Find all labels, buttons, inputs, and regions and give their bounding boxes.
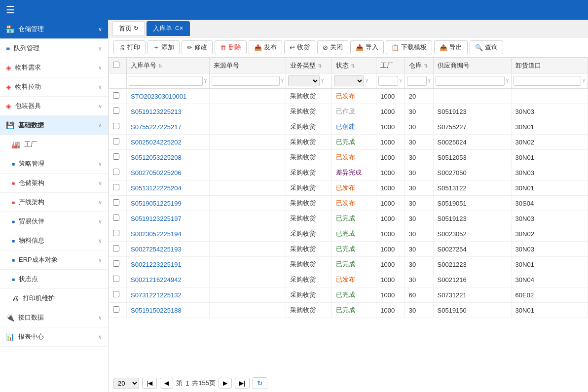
cell-checkbox[interactable]	[109, 303, 127, 318]
cell-checkbox[interactable]	[109, 119, 127, 135]
sidebar-item-packaging[interactable]: ◈ 包装器具 ∨	[0, 97, 108, 116]
delete-button[interactable]: 🗑 删除	[215, 40, 247, 54]
page-size-select[interactable]: 20 50 100	[113, 378, 139, 389]
filter-unload-dock-input[interactable]	[514, 76, 582, 86]
sidebar-item-status-point[interactable]: ■ 状态点	[0, 270, 108, 289]
import-button[interactable]: 📥 导入	[350, 40, 384, 54]
cell-biz-type: 采购收货	[286, 211, 332, 226]
query-button[interactable]: 🔍 查询	[470, 40, 503, 54]
filter-biz-type-select[interactable]: 采购收货	[288, 75, 320, 86]
sidebar-item-queue[interactable]: ≡ 队列管理 ∨	[0, 39, 108, 58]
sidebar-item-erp-cost[interactable]: ■ ERP成本对象 ∨	[0, 250, 108, 270]
cell-biz-type: 采购收货	[286, 257, 332, 272]
sidebar-item-material-move[interactable]: ◈ 物料拉动 ∨	[0, 77, 108, 97]
sort-inbound-no[interactable]: ⇅	[158, 63, 162, 69]
sidebar-item-warehouse[interactable]: 🏪 仓储管理 ∨	[0, 20, 108, 39]
cell-factory: 1000	[376, 272, 405, 287]
cell-source-no	[209, 104, 286, 119]
receive-button[interactable]: ↩ 收货	[284, 40, 315, 54]
import-label: 导入	[366, 43, 378, 52]
filter-warehouse-input[interactable]	[407, 76, 427, 86]
sidebar-item-basic-data[interactable]: 💾 基础数据 ∧	[0, 116, 108, 135]
filter-factory-funnel[interactable]: Y	[399, 78, 403, 84]
cell-checkbox[interactable]	[109, 272, 127, 287]
sort-biz-type[interactable]: ⇅	[318, 63, 322, 69]
filter-supplier-no-funnel[interactable]: Y	[506, 78, 509, 84]
cell-checkbox[interactable]	[109, 89, 127, 104]
cell-unload-dock: 30N02	[511, 135, 588, 150]
edit-button[interactable]: ✏ 修改	[182, 40, 213, 54]
download-template-button[interactable]: 📋 下载模板	[386, 40, 432, 54]
filter-biz-type-funnel[interactable]: Y	[321, 78, 324, 84]
tab-home[interactable]: 首页 ↻	[112, 21, 145, 36]
filter-inbound-no-funnel[interactable]: Y	[204, 78, 207, 84]
cell-checkbox[interactable]	[109, 135, 127, 150]
cell-source-no	[209, 180, 286, 196]
filter-factory-input[interactable]	[378, 76, 398, 86]
line-arch-icon: ■	[12, 200, 15, 205]
sidebar-item-report-center[interactable]: 📊 报表中心 ∨	[0, 327, 108, 347]
page-refresh-button[interactable]: ↻	[253, 377, 267, 389]
cell-factory: 1000	[376, 211, 405, 226]
cell-checkbox[interactable]	[109, 257, 127, 272]
hamburger-icon[interactable]: ☰	[6, 4, 15, 16]
sidebar-item-material-info[interactable]: ■ 物料信息 ∨	[0, 231, 108, 250]
tab-inbound-close[interactable]: C✕	[175, 25, 184, 32]
cell-checkbox[interactable]	[109, 150, 127, 165]
header-status-label: 状态	[336, 61, 349, 70]
arrow-icon-md: ∨	[98, 65, 102, 71]
header-status: 状态 ⇅	[331, 58, 376, 73]
filter-warehouse-funnel[interactable]: Y	[428, 78, 431, 84]
filter-status-select[interactable]: 已发布 已作废 已创建 已完成 差异完成	[334, 75, 364, 86]
sidebar-item-warehouse-arch[interactable]: ■ 仓储架构 ∨	[0, 174, 108, 193]
filter-inbound-no-input[interactable]	[129, 76, 203, 86]
tab-home-refresh[interactable]: ↻	[134, 25, 138, 32]
cell-checkbox[interactable]	[109, 165, 127, 180]
cell-inbound-no: S0519150225188	[127, 303, 210, 318]
sidebar-item-strategy[interactable]: ■ 策略管理 ∨	[0, 154, 108, 174]
cell-checkbox[interactable]	[109, 104, 127, 119]
sidebar-item-factory[interactable]: 🏭 工厂	[0, 135, 108, 154]
cell-unload-dock: 30N04	[511, 272, 588, 287]
filter-unload-dock-funnel[interactable]: Y	[582, 78, 586, 84]
sidebar-item-printer[interactable]: 🖨 打印机维护	[0, 289, 108, 308]
cell-inbound-no: S0021223225191	[127, 257, 210, 272]
tab-inbound[interactable]: 入库单 C✕	[147, 21, 190, 36]
cell-supplier-no: S0512053	[433, 150, 511, 165]
cell-checkbox[interactable]	[109, 180, 127, 196]
export-button[interactable]: 📤 导出	[434, 40, 468, 54]
cell-checkbox[interactable]	[109, 226, 127, 242]
sidebar-label-warehouse-arch: 仓储架构	[19, 178, 98, 187]
filter-source-no-funnel[interactable]: Y	[281, 78, 284, 84]
cell-source-no	[209, 165, 286, 180]
sort-warehouse[interactable]: ⇅	[424, 63, 428, 69]
add-button[interactable]: ＋ 添加	[147, 40, 180, 54]
cell-checkbox[interactable]	[109, 287, 127, 303]
filter-source-no-input[interactable]	[212, 76, 280, 86]
cell-biz-type: 采购收货	[286, 303, 332, 318]
sort-status[interactable]: ⇅	[351, 63, 355, 69]
cell-checkbox[interactable]	[109, 242, 127, 257]
cell-warehouse: 20	[404, 89, 433, 104]
sidebar-item-trade-partner[interactable]: ■ 贸易伙伴 ∨	[0, 212, 108, 231]
sidebar-label-report-center: 报表中心	[18, 332, 98, 341]
publish-button[interactable]: 📤 发布	[249, 40, 282, 54]
cell-status: 已发布	[331, 89, 376, 104]
cell-unload-dock: 30N01	[511, 150, 588, 165]
sidebar-item-interface-data[interactable]: 🔌 接口数据 ∨	[0, 308, 108, 327]
table-row: S0513122225204 采购收货 已发布 1000 30 S0513122…	[109, 180, 588, 196]
sidebar-item-material-demand[interactable]: ◈ 物料需求 ∨	[0, 58, 108, 77]
filter-supplier-no-input[interactable]	[436, 76, 505, 86]
sidebar-item-line-arch[interactable]: ■ 产线架构 ∨	[0, 193, 108, 212]
filter-status-funnel[interactable]: Y	[365, 78, 368, 84]
page-prev-button[interactable]: ◀	[160, 378, 173, 389]
select-all-checkbox[interactable]	[113, 62, 119, 68]
close-button[interactable]: ⊘ 关闭	[317, 40, 348, 54]
page-last-button[interactable]: ▶|	[235, 378, 250, 389]
cell-checkbox[interactable]	[109, 211, 127, 226]
page-next-button[interactable]: ▶	[219, 378, 232, 389]
print-button[interactable]: 🖨 打印	[113, 40, 146, 54]
cell-checkbox[interactable]	[109, 196, 127, 211]
header-inbound-no-label: 入库单号	[131, 61, 156, 70]
page-first-button[interactable]: |◀	[142, 378, 157, 389]
